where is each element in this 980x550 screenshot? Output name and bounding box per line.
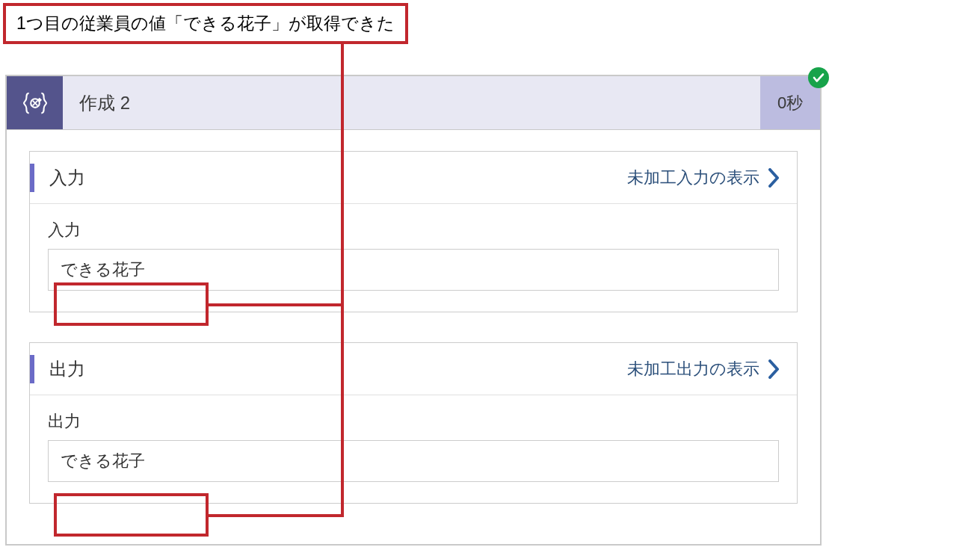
- output-section: 出力 未加工出力の表示 出力 できる花子: [29, 342, 798, 504]
- chevron-right-icon: [768, 359, 780, 379]
- connector-horizontal-input: [207, 303, 342, 306]
- compose-braces-icon: [7, 76, 63, 129]
- input-head-label: 入力: [49, 166, 85, 190]
- connector-vertical: [341, 39, 344, 517]
- card-title: 作成 2: [63, 76, 760, 129]
- card-body: 入力 未加工入力の表示 入力 できる花子 出力: [7, 130, 820, 511]
- raw-input-link-label: 未加工入力の表示: [627, 167, 759, 189]
- annotation-text: 1つ目の従業員の値「できる花子」が取得できた: [16, 13, 395, 33]
- action-card: 作成 2 0秒 入力 未加工入力の表示: [5, 75, 822, 546]
- input-field-label: 入力: [48, 219, 779, 241]
- input-field-value: できる花子: [48, 249, 779, 291]
- input-section: 入力 未加工入力の表示 入力 できる花子: [29, 151, 798, 312]
- card-header[interactable]: 作成 2 0秒: [7, 76, 820, 130]
- show-raw-output-link[interactable]: 未加工出力の表示: [627, 358, 780, 380]
- annotation-callout: 1つ目の従業員の値「できる花子」が取得できた: [3, 3, 408, 44]
- show-raw-input-link[interactable]: 未加工入力の表示: [627, 167, 780, 189]
- accent-bar: [30, 164, 34, 192]
- raw-output-link-label: 未加工出力の表示: [627, 358, 759, 380]
- output-field-label: 出力: [48, 410, 779, 433]
- status-success-icon: [808, 67, 829, 88]
- accent-bar: [30, 355, 34, 383]
- output-section-header: 出力 未加工出力の表示: [30, 343, 797, 395]
- connector-horizontal-output: [207, 514, 342, 517]
- output-head-label: 出力: [49, 357, 85, 381]
- chevron-right-icon: [768, 168, 780, 188]
- input-section-header: 入力 未加工入力の表示: [30, 152, 797, 204]
- output-field-value: できる花子: [48, 440, 779, 482]
